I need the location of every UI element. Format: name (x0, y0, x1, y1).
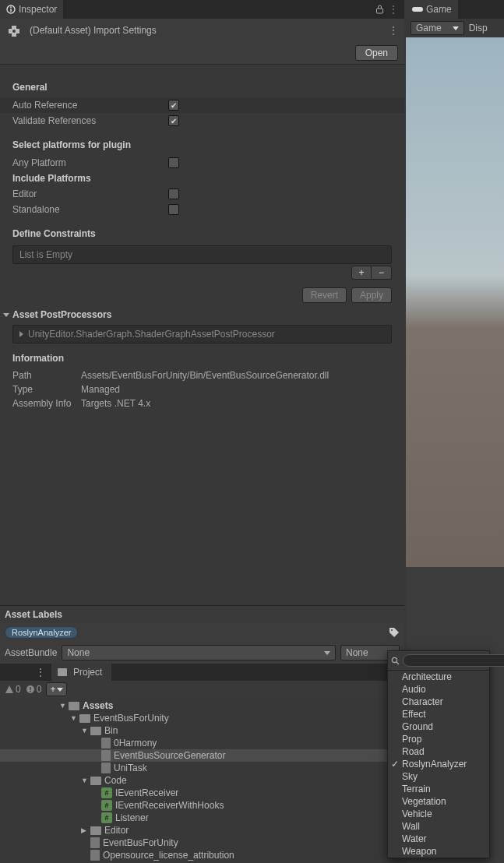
plus-icon: + (50, 684, 55, 695)
tree-generator[interactable]: EventBusSourceGenerator (0, 749, 404, 762)
cs-icon: # (101, 800, 112, 811)
file-icon (101, 763, 111, 773)
tree-ebfu-file[interactable]: EventBusForUnity (0, 837, 404, 849)
popup-option[interactable]: Sky (388, 770, 489, 783)
svg-point-5 (391, 629, 393, 631)
checkbox-standalone[interactable] (168, 204, 179, 215)
revert-button[interactable]: Revert (302, 287, 347, 303)
tree-license[interactable]: Opensource_license_attribution (0, 849, 404, 861)
warning-badge[interactable]: 0 (5, 684, 21, 695)
checkbox-validate[interactable] (168, 115, 179, 126)
popup-option[interactable]: Ground (388, 720, 489, 733)
select-value: None (67, 647, 90, 658)
tree-ieventreceiver[interactable]: #IEventReceiver (0, 787, 404, 799)
warning-count: 0 (16, 684, 21, 695)
display-select[interactable]: Game (411, 21, 464, 35)
search-input[interactable] (403, 654, 504, 667)
open-button[interactable]: Open (355, 45, 398, 61)
checkbox-editor[interactable] (168, 188, 179, 199)
game-view[interactable] (406, 37, 504, 567)
tree-unitask[interactable]: UniTask (0, 762, 404, 774)
popup-option[interactable]: Prop (388, 733, 489, 745)
popup-option[interactable]: Character (388, 696, 489, 708)
arrow-icon (19, 331, 23, 337)
item-label: Bin (104, 725, 118, 736)
panel-menu-icon[interactable]: ⋮ (0, 667, 51, 678)
label-editor: Editor (12, 188, 168, 199)
section-title: General (0, 77, 404, 97)
add-button[interactable]: + (351, 266, 372, 280)
gamepad-icon (412, 5, 423, 13)
error-badge[interactable]: 0 (26, 684, 42, 695)
assetbundle-select[interactable]: None (62, 645, 336, 660)
tree-harmony[interactable]: 0Harmony (0, 737, 404, 749)
tab-game[interactable]: Game (406, 0, 458, 19)
header-kebab-icon[interactable]: ⋮ (382, 19, 404, 42)
tree-code[interactable]: ▼Code (0, 774, 404, 787)
popup-option[interactable]: Effect (388, 708, 489, 720)
checkbox-auto-reference[interactable] (168, 100, 179, 111)
info-assembly: Assembly Info Targets .NET 4.x (0, 396, 404, 410)
tree-ieventreceiverhooks[interactable]: #IEventReceiverWithHooks (0, 799, 404, 812)
item-label: 0Harmony (114, 738, 157, 749)
svg-rect-7 (30, 687, 30, 690)
popup-option[interactable]: Audio (388, 683, 489, 696)
row-editor: Editor (0, 186, 404, 202)
folder-icon (90, 826, 101, 835)
tree-bin[interactable]: ▼Bin (0, 724, 404, 737)
item-label: EventBusForUnity (93, 713, 169, 724)
item-label: Listener (115, 812, 149, 823)
popup-option[interactable]: RoslynAnalyzer (388, 758, 489, 770)
info-path: Path Assets/EventBusForUnity/Bin/EventBu… (0, 368, 404, 382)
inspector-panel: Inspector ⋮ (Default Asset) Import Setti… (0, 0, 404, 863)
tab-project[interactable]: Project (51, 663, 111, 682)
popup-option[interactable]: Architecture (388, 671, 489, 683)
kebab-icon[interactable]: ⋮ (389, 4, 398, 15)
popup-option[interactable]: Vegetation (388, 795, 489, 808)
item-label: EventBusSourceGenerator (114, 750, 225, 761)
item-label: IEventReceiverWithHooks (115, 800, 224, 811)
inspector-tabs: Inspector ⋮ (0, 0, 404, 19)
section-define: Define Constraints List is Empty + − (0, 220, 404, 284)
labels-row: RoslynAnalyzer (0, 623, 404, 642)
popup-option[interactable]: Wall (388, 820, 489, 833)
popup-option[interactable]: Vehicle (388, 808, 489, 820)
chevron-down-icon (453, 26, 459, 30)
popup-option[interactable]: Weapon (388, 845, 489, 858)
cs-icon: # (101, 787, 112, 798)
tree-assets[interactable]: ▼Assets (0, 699, 404, 712)
lock-icon[interactable] (375, 5, 384, 14)
tab-inspector[interactable]: Inspector (0, 0, 63, 19)
row-any-platform: Any Platform (0, 155, 404, 171)
error-count: 0 (37, 684, 42, 695)
popup-option[interactable]: Terrain (388, 783, 489, 795)
tree-listener[interactable]: #Listener (0, 812, 404, 824)
row-auto-reference: Auto Reference (0, 97, 404, 113)
svg-rect-3 (377, 9, 383, 13)
asset-title: (Default Asset) Import Settings (30, 19, 382, 36)
item-label: Editor (104, 825, 129, 836)
item-label: IEventReceiver (115, 787, 178, 798)
item-label: Code (104, 775, 127, 786)
popup-option[interactable]: Water (388, 833, 489, 845)
item-label: Opensource_license_attribution (103, 850, 234, 861)
tree-eventbus[interactable]: ▼EventBusForUnity (0, 712, 404, 724)
list-buttons: + − (12, 266, 392, 280)
foldout-arrow-icon (3, 313, 9, 317)
tree-editor[interactable]: ▶Editor (0, 824, 404, 837)
apply-button[interactable]: Apply (351, 287, 392, 303)
svg-point-2 (10, 6, 12, 8)
add-label-button[interactable] (389, 627, 400, 638)
postprocessor-item[interactable]: UnityEditor.ShaderGraph.ShaderGraphAsset… (12, 325, 392, 343)
popup-option[interactable]: Road (388, 745, 489, 758)
folder-icon (79, 714, 90, 723)
game-toolbar: Game Disp (406, 19, 504, 37)
label-any: Any Platform (12, 157, 168, 168)
label-tag[interactable]: RoslynAnalyzer (5, 626, 78, 639)
checkbox-any[interactable] (168, 157, 179, 168)
label-auto-reference: Auto Reference (12, 100, 168, 111)
key: Type (12, 384, 81, 395)
create-dropdown[interactable]: + (46, 682, 67, 696)
foldout-postprocessors[interactable]: Asset PostProcessors (0, 306, 404, 323)
remove-button[interactable]: − (372, 266, 392, 280)
